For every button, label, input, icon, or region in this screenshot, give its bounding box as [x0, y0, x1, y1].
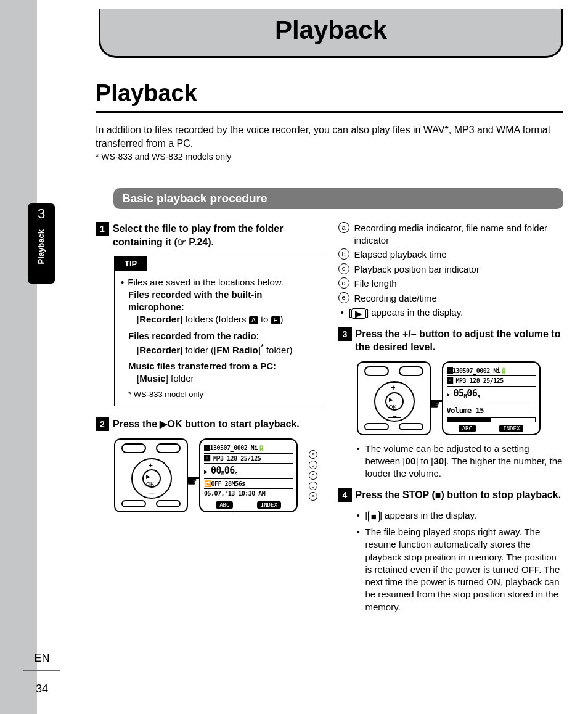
tip-detail-1: [Recorder] folders (folders A to E)	[137, 313, 312, 326]
tip-footnote: * WS-833 model only	[128, 389, 312, 400]
step-1: 1 Select the file to play from the folde…	[96, 222, 321, 248]
section-title: Playback	[96, 80, 197, 107]
stop-indicator-icon: ■	[368, 511, 380, 522]
right-column: aRecording media indicator, file name an…	[338, 222, 564, 702]
stop-square-icon: ■	[435, 490, 441, 500]
tip-heading-3: Music files transferred from a PC:	[128, 360, 312, 372]
intro-block: In addition to files recorded by the voi…	[96, 123, 563, 163]
chapter-tab: Playback	[99, 9, 563, 58]
intro-note: * WS-833 and WS-832 models only	[96, 151, 563, 163]
folder-e-icon: E	[271, 316, 280, 324]
legend-list: aRecording media indicator, file name an…	[338, 222, 564, 319]
title-underline	[96, 111, 563, 113]
tip-heading-1: Files recorded with the built-in microph…	[128, 289, 312, 314]
folder-a-icon: A	[249, 316, 258, 324]
page: Playback Playback In addition to files r…	[37, 0, 588, 714]
play-indicator-icon: ▶	[351, 308, 366, 319]
step4-bullets: [■] appears in the display. The file bei…	[357, 509, 564, 613]
tip-detail-3: [Music] folder	[137, 372, 312, 385]
side-tab-number: 3	[28, 203, 55, 222]
intro-text: In addition to files recorded by the voi…	[96, 123, 563, 151]
step-4: 4 Press the STOP (■) button to stop play…	[338, 488, 564, 502]
device-illustration-2: ▶OK + − ☚	[357, 361, 431, 435]
tip-detail-2: [Recorder] folder ([FM Radio]* folder)	[137, 342, 312, 356]
left-column: 1 Select the file to play from the folde…	[96, 222, 321, 702]
screen-illustration-2: 🅽130507_0002 Ni🔋 🅰 MP3 128 25/125 ▶ 05M0…	[442, 361, 541, 435]
step-3: 3 Press the +/– button to adjust the vol…	[338, 327, 564, 354]
device-illustration: ▶OK + − ☚	[114, 438, 188, 512]
figure-step3: ▶OK + − ☚ 🅽130507_0002 Ni🔋 🅰 MP3 128 25/…	[357, 361, 564, 435]
subhead-bar: Basic playback procedure	[113, 188, 563, 209]
tip-label: TIP	[115, 256, 147, 271]
screen-illustration-1: 🅽130507_0002 Ni🔋 🅰 MP3 128 25/125 ▶ 00M0…	[199, 438, 298, 512]
tip-heading-2: Files recorded from the radio:	[128, 330, 312, 342]
tip-intro: Files are saved in the locations below.	[128, 276, 312, 289]
language-indicator: EN	[23, 652, 60, 671]
play-ok-label: ▶OK	[160, 419, 182, 429]
side-tab: 3 Playback	[28, 203, 55, 284]
page-number: 34	[23, 683, 60, 696]
stop-label: STOP	[402, 490, 429, 500]
step-2: 2 Press the ▶OK button to start playback…	[96, 417, 321, 431]
step-number: 2	[96, 417, 109, 431]
step-number: 1	[96, 222, 109, 236]
callout-labels: a b c d e	[309, 444, 317, 507]
side-tab-label: Playback	[36, 229, 46, 264]
figure-step2: ▶OK + − ☚ 🅽130507_0002 Ni🔋 🅰 MP3 128 25/…	[114, 438, 321, 512]
tip-box: TIP Files are saved in the locations bel…	[114, 256, 321, 406]
volume-note: The volume can be adjusted to a setting …	[357, 443, 564, 480]
step-number: 3	[338, 327, 352, 341]
step-number: 4	[338, 488, 352, 502]
